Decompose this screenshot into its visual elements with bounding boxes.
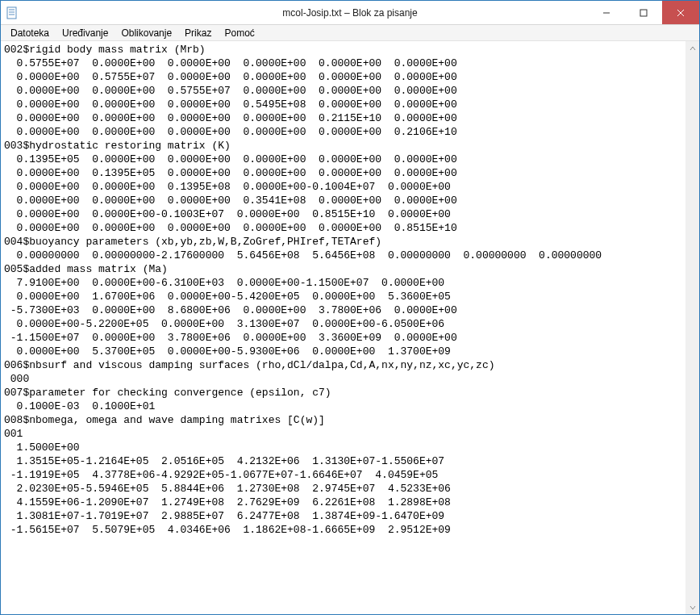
window-controls: [588, 1, 699, 24]
titlebar: mcol-Josip.txt – Blok za pisanje: [1, 1, 699, 25]
scroll-up-button[interactable]: [685, 41, 699, 55]
menu-file[interactable]: Datoteka: [4, 26, 56, 40]
svg-rect-0: [7, 7, 16, 19]
editor-area: 002$rigid body mass matrix (Mrb) 0.5755E…: [1, 41, 699, 614]
app-window: mcol-Josip.txt – Blok za pisanje Datotek…: [0, 0, 700, 615]
close-button[interactable]: [662, 1, 699, 24]
menu-format[interactable]: Oblikovanje: [115, 26, 178, 40]
vertical-scrollbar[interactable]: [685, 41, 699, 614]
maximize-button[interactable]: [625, 1, 662, 24]
notepad-icon: [6, 6, 19, 19]
text-content[interactable]: 002$rigid body mass matrix (Mrb) 0.5755E…: [4, 43, 683, 613]
scroll-track[interactable]: [685, 55, 699, 600]
menu-view[interactable]: Prikaz: [178, 26, 218, 40]
svg-rect-5: [640, 10, 647, 16]
minimize-button[interactable]: [588, 1, 625, 24]
scroll-down-button[interactable]: [685, 600, 699, 614]
menubar: Datoteka Uređivanje Oblikovanje Prikaz P…: [1, 25, 699, 41]
menu-help[interactable]: Pomoć: [218, 26, 260, 40]
menu-edit[interactable]: Uređivanje: [56, 26, 115, 40]
